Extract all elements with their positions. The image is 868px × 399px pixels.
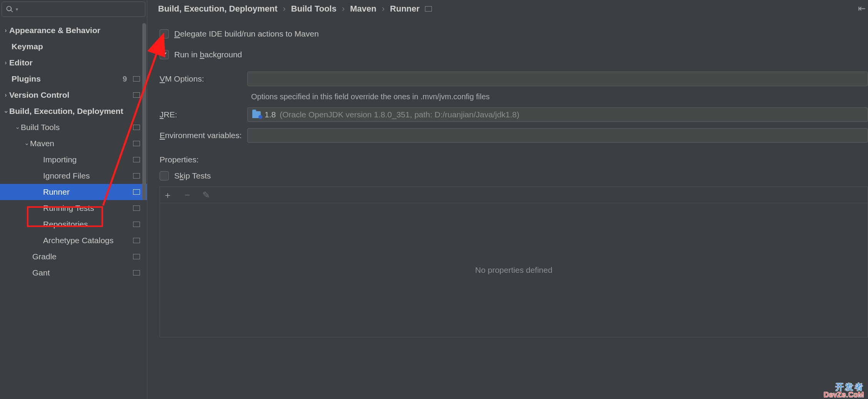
- project-scope-icon: [133, 222, 140, 227]
- breadcrumb-item[interactable]: Runner: [390, 4, 420, 14]
- settings-search-input[interactable]: ▾: [2, 2, 145, 17]
- skip-tests-label: Skip Tests: [174, 171, 211, 180]
- breadcrumb-item[interactable]: Maven: [350, 4, 376, 14]
- project-scope-icon: [133, 76, 140, 82]
- vm-options-input[interactable]: [247, 72, 868, 86]
- chevron-right-icon: ›: [2, 59, 9, 66]
- tree-item-archetype-catalogs[interactable]: Archetype Catalogs: [0, 232, 147, 249]
- project-scope-icon: [133, 157, 140, 162]
- run-background-label: Run in background: [174, 50, 242, 59]
- chevron-down-icon: ⌄: [14, 123, 21, 130]
- chevron-right-icon: ›: [2, 27, 9, 34]
- properties-empty-text: No properties defined: [475, 265, 553, 275]
- watermark: 开发者 DevZe.CoM: [824, 383, 864, 398]
- breadcrumb-item[interactable]: Build, Execution, Deployment: [158, 4, 277, 14]
- vm-options-label: VM Options:: [160, 74, 243, 83]
- vm-options-hint: Options specified in this field override…: [247, 92, 868, 101]
- skip-tests-checkbox[interactable]: [160, 171, 169, 180]
- chevron-down-icon: ⌄: [23, 139, 30, 146]
- tree-item-gradle[interactable]: Gradle: [0, 249, 147, 265]
- jre-value: 1.8: [265, 110, 276, 119]
- remove-icon[interactable]: −: [185, 190, 190, 200]
- tree-item-ignored-files[interactable]: Ignored Files: [0, 168, 147, 184]
- breadcrumb: Build, Execution, Deployment › Build Too…: [147, 0, 868, 18]
- project-scope-icon: [133, 254, 140, 259]
- jre-hint: (Oracle OpenJDK version 1.8.0_351, path:…: [280, 110, 519, 119]
- tree-item-version-control[interactable]: › Version Control: [0, 87, 147, 103]
- tree-item-build-tools[interactable]: ⌄ Build Tools: [0, 119, 147, 135]
- edit-icon[interactable]: ✎: [202, 190, 210, 200]
- collapse-icon[interactable]: ⇤: [858, 3, 866, 14]
- delegate-checkbox[interactable]: [160, 29, 169, 38]
- properties-toolbar: ＋ − ✎: [160, 187, 868, 203]
- chevron-down-icon: ▾: [16, 7, 18, 12]
- env-vars-label: Environment variables:: [160, 131, 243, 140]
- project-scope-icon: [133, 205, 140, 211]
- tree-item-gant[interactable]: Gant: [0, 265, 147, 281]
- run-background-checkbox[interactable]: [160, 50, 169, 59]
- tree-item-running-tests[interactable]: Running Tests: [0, 200, 147, 216]
- jre-label: JRE:: [160, 110, 243, 119]
- tree-item-appearance[interactable]: › Appearance & Behavior: [0, 22, 147, 38]
- project-scope-icon: [133, 173, 140, 179]
- chevron-right-icon: ›: [342, 4, 345, 14]
- project-scope-icon: [133, 270, 140, 275]
- project-scope-icon: [133, 125, 140, 130]
- chevron-right-icon: ›: [2, 92, 9, 98]
- settings-tree: › Appearance & Behavior Keymap › Editor …: [0, 22, 147, 281]
- tree-item-keymap[interactable]: Keymap: [0, 38, 147, 55]
- tree-item-maven[interactable]: ⌄ Maven: [0, 135, 147, 152]
- project-scope-icon: [425, 6, 432, 12]
- chevron-right-icon: ›: [382, 4, 385, 14]
- properties-label: Properties:: [160, 155, 868, 164]
- chevron-down-icon: ⌄: [2, 107, 9, 114]
- project-scope-icon: [133, 189, 140, 195]
- folder-icon: [252, 111, 261, 118]
- chevron-right-icon: ›: [283, 4, 285, 14]
- tree-item-plugins[interactable]: Plugins 9: [0, 71, 147, 87]
- sidebar-scrollbar[interactable]: [142, 23, 146, 200]
- tree-item-editor[interactable]: › Editor: [0, 55, 147, 71]
- project-scope-icon: [133, 92, 140, 98]
- plugins-count-badge: 9: [123, 75, 133, 83]
- tree-item-bed[interactable]: ⌄ Build, Execution, Deployment: [0, 103, 147, 119]
- delegate-label: Delegate IDE build/run actions to Maven: [174, 29, 319, 38]
- tree-item-repositories[interactable]: Repositories: [0, 216, 147, 232]
- breadcrumb-item[interactable]: Build Tools: [291, 4, 337, 14]
- settings-main: Build, Execution, Deployment › Build Too…: [147, 0, 868, 399]
- settings-sidebar: ▾ › Appearance & Behavior Keymap › Edito…: [0, 0, 147, 399]
- properties-list: No properties defined: [160, 203, 868, 337]
- project-scope-icon: [133, 141, 140, 146]
- tree-item-runner[interactable]: Runner: [0, 184, 147, 200]
- env-vars-input[interactable]: [247, 128, 868, 143]
- search-icon: [6, 5, 13, 13]
- tree-item-importing[interactable]: Importing: [0, 152, 147, 168]
- project-scope-icon: [133, 238, 140, 243]
- jre-dropdown[interactable]: 1.8 (Oracle OpenJDK version 1.8.0_351, p…: [247, 107, 868, 122]
- add-icon[interactable]: ＋: [163, 189, 172, 201]
